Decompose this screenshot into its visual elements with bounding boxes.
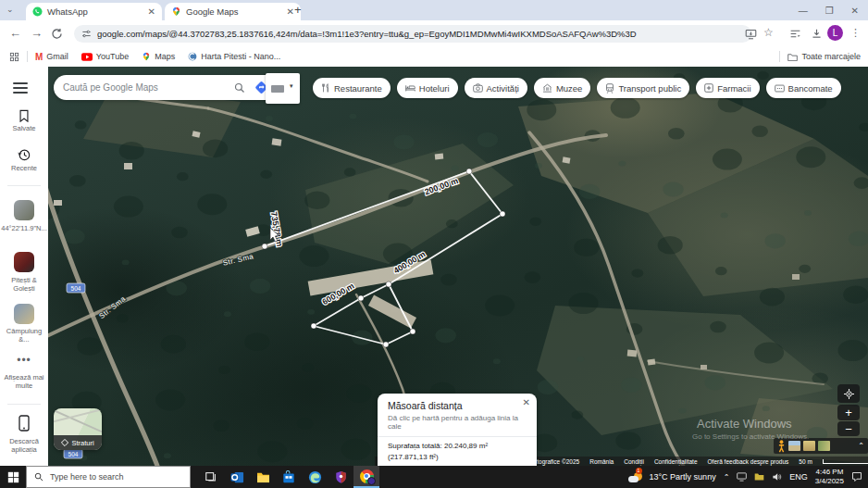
- layers-widget[interactable]: Straturi: [54, 408, 102, 450]
- new-tab-button[interactable]: +: [294, 3, 302, 17]
- date-value: 3/4/2025: [815, 477, 844, 486]
- forward-button[interactable]: →: [31, 26, 43, 40]
- sidebar-item-saved[interactable]: Salvate: [1, 124, 47, 132]
- url-bar[interactable]: google.com/maps/@44.3702783,25.1837616,4…: [74, 25, 751, 43]
- building: [701, 365, 707, 369]
- taskbar-security-app[interactable]: [328, 466, 353, 488]
- museum-icon: [542, 83, 552, 93]
- task-view-button[interactable]: [198, 466, 224, 488]
- search-icon[interactable]: [234, 82, 245, 94]
- zoom-out-button[interactable]: −: [837, 421, 860, 436]
- close-window-button[interactable]: ✕: [851, 6, 859, 16]
- recent-history-icon[interactable]: [18, 148, 31, 161]
- tab-close-icon[interactable]: ✕: [148, 6, 155, 17]
- taskbar-search-box[interactable]: Type here to search: [26, 466, 191, 488]
- bookmark-maps[interactable]: Maps: [142, 52, 175, 61]
- side-panel-icon[interactable]: [789, 28, 801, 40]
- bookmarks-bar: M Gmail YouTube Maps Harta Pitesti - Nan…: [0, 46, 868, 67]
- saved-bookmark-icon[interactable]: [18, 109, 31, 122]
- more-dots-icon[interactable]: •••: [0, 354, 48, 367]
- weather-text[interactable]: 13°C Partly sunny: [650, 472, 716, 482]
- measure-vertex[interactable]: [262, 244, 267, 249]
- send-to-device-icon[interactable]: [745, 28, 757, 40]
- privacy-link[interactable]: Confidențialitate: [654, 458, 698, 465]
- measure-vertex[interactable]: [358, 295, 364, 301]
- sidebar-item-coordinates[interactable]: 44°22'11.9"N...: [1, 224, 47, 232]
- chip-restaurants[interactable]: Restaurante: [313, 78, 391, 98]
- chip-museums[interactable]: Muzee: [534, 78, 591, 98]
- total-area-value: Suprafața totală: 20.240,89 m² (217.871,…: [388, 441, 527, 464]
- tray-folder-icon[interactable]: [754, 472, 764, 482]
- screen: ⌄ WhatsApp ✕ Google Maps ✕ + — ❐ ✕ ← → g…: [0, 0, 868, 488]
- taskbar-chrome[interactable]: [353, 466, 379, 488]
- tab-list-chevron-icon[interactable]: ⌄: [6, 5, 14, 14]
- imagery-thumbnail[interactable]: [788, 441, 800, 451]
- language-indicator[interactable]: ENG: [789, 472, 808, 482]
- taskbar-edge[interactable]: [302, 466, 328, 488]
- tab-whatsapp[interactable]: WhatsApp ✕: [26, 3, 162, 20]
- tray-expand-chevron-icon[interactable]: ⌃: [724, 473, 730, 482]
- zoom-in-button[interactable]: +: [837, 405, 860, 420]
- imagery-thumbnail[interactable]: [803, 441, 815, 451]
- phone-icon[interactable]: [19, 415, 30, 432]
- bookmark-star-icon[interactable]: ☆: [763, 26, 774, 39]
- all-bookmarks-button[interactable]: Toate marcajele: [787, 52, 861, 61]
- chip-pharmacies[interactable]: Farmacii: [696, 78, 759, 98]
- notification-center-icon[interactable]: [851, 471, 862, 482]
- imagery-thumbnail[interactable]: [818, 441, 830, 451]
- widget-caret-icon[interactable]: ▾: [290, 82, 293, 90]
- pegman-icon[interactable]: [777, 440, 786, 453]
- country-label[interactable]: România: [589, 458, 614, 465]
- minimize-button[interactable]: —: [799, 6, 808, 16]
- maximize-button[interactable]: ❐: [825, 6, 834, 16]
- bookmark-gmail[interactable]: M Gmail: [35, 52, 68, 62]
- maps-menu-button[interactable]: [13, 82, 28, 96]
- place-thumbnail[interactable]: [14, 304, 34, 324]
- profile-avatar[interactable]: L: [827, 25, 843, 41]
- bookmark-harta-pitesti[interactable]: Harta Pitesti - Nano...: [188, 52, 280, 61]
- terms-link[interactable]: Condiții: [624, 458, 644, 465]
- sidebar-item-show-more[interactable]: Afișează mai multe: [1, 373, 47, 390]
- volume-icon[interactable]: [772, 472, 782, 482]
- bookmark-youtube[interactable]: YouTube: [81, 52, 129, 61]
- apps-grid-icon[interactable]: [9, 52, 19, 62]
- sidebar-item-recent[interactable]: Recente: [1, 164, 47, 172]
- panel-close-icon[interactable]: ✕: [523, 397, 530, 407]
- taskbar-clock[interactable]: 4:46 PM 3/4/2025: [815, 468, 844, 487]
- measure-vertex[interactable]: [383, 342, 389, 347]
- download-icon[interactable]: [811, 28, 823, 40]
- sidebar-item-campulung[interactable]: Câmpulung &...: [1, 327, 47, 344]
- refresh-button[interactable]: [51, 28, 63, 40]
- measure-vertex[interactable]: [311, 323, 316, 329]
- start-button[interactable]: [0, 466, 26, 488]
- measure-vertex[interactable]: [410, 329, 415, 334]
- feedback-link[interactable]: Oferă feedback despre produs: [708, 458, 789, 465]
- measure-vertex[interactable]: [500, 211, 505, 217]
- sidebar-item-pitesti-golesti[interactable]: Pitești & Golești: [1, 276, 47, 293]
- chip-atms[interactable]: Bancomate: [766, 78, 841, 98]
- maps-search-box[interactable]: Caută pe Google Maps: [54, 75, 278, 100]
- tray-display-icon[interactable]: [737, 472, 747, 482]
- svg-text:504: 504: [68, 451, 79, 457]
- tab-close-icon[interactable]: ✕: [287, 6, 294, 17]
- taskbar-store[interactable]: [276, 466, 302, 488]
- browser-menu-icon[interactable]: ⋮: [850, 27, 861, 39]
- measure-vertex[interactable]: [466, 169, 472, 174]
- my-location-button[interactable]: [837, 384, 860, 403]
- collapse-chevron-icon[interactable]: ⌃: [858, 442, 864, 450]
- chip-activities[interactable]: Activități: [465, 78, 527, 98]
- back-button[interactable]: ←: [9, 26, 21, 40]
- chip-public-transport[interactable]: Transport public: [597, 78, 689, 98]
- tab-google-maps[interactable]: Google Maps ✕: [165, 3, 301, 20]
- weather-icon[interactable]: 1: [628, 470, 642, 483]
- measure-vertex[interactable]: [386, 282, 391, 287]
- building: [308, 259, 434, 295]
- place-thumbnail[interactable]: [14, 200, 34, 220]
- chip-hotels[interactable]: Hoteluri: [397, 78, 458, 98]
- sidebar-item-download-app[interactable]: Descarcă aplicația: [1, 437, 47, 454]
- youtube-icon: [81, 53, 93, 61]
- taskbar-file-explorer[interactable]: [250, 466, 276, 488]
- embedded-widget[interactable]: ▾: [266, 73, 300, 104]
- place-thumbnail[interactable]: [14, 252, 34, 272]
- taskbar-outlook[interactable]: [224, 466, 250, 488]
